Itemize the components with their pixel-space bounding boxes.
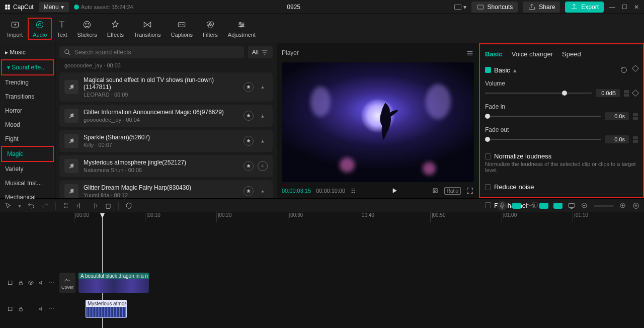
volume-stepper[interactable]	[624, 90, 629, 97]
voiceover-button[interactable]	[497, 201, 507, 211]
fadein-slider[interactable]	[485, 116, 601, 117]
tab-filters[interactable]: Filters	[198, 18, 223, 40]
normalize-checkbox[interactable]	[485, 153, 491, 159]
category-transitions[interactable]: Transitions	[0, 90, 55, 104]
link-icon[interactable]	[526, 202, 534, 210]
download-button[interactable]	[258, 111, 268, 121]
sound-item[interactable]: Magical sound effect in old TV shows (ru…	[59, 72, 273, 102]
audio-clip[interactable]: Mysterious atmos	[86, 300, 127, 318]
filter-all-button[interactable]: All	[248, 46, 273, 58]
tab-import[interactable]: Import	[2, 18, 28, 40]
fadeout-slider[interactable]	[485, 139, 601, 140]
category-fight[interactable]: Fight	[0, 132, 55, 146]
reset-icon[interactable]	[620, 66, 628, 74]
inspector-tab-basic[interactable]: Basic	[485, 50, 503, 58]
category-trending[interactable]: Trending	[0, 75, 55, 90]
category-horror[interactable]: Horror	[0, 104, 55, 118]
fill-checkbox[interactable]	[485, 202, 491, 208]
category-sound-effects[interactable]: ▾ Sound effe...	[1, 59, 54, 75]
track-mute-icon[interactable]	[38, 279, 45, 287]
redo-icon[interactable]	[41, 202, 49, 210]
track-lock-icon[interactable]	[18, 305, 24, 313]
zoom-slider[interactable]	[594, 205, 614, 207]
track-lock-icon[interactable]	[18, 279, 24, 287]
search-input[interactable]	[74, 49, 240, 56]
fadein-stepper[interactable]	[633, 113, 638, 120]
zoom-out-icon[interactable]	[581, 202, 589, 210]
share-button[interactable]: Share	[523, 2, 560, 13]
split-left-icon[interactable]	[76, 202, 84, 210]
tab-transitions[interactable]: Transitions	[129, 18, 166, 40]
tv-icon[interactable]	[568, 202, 576, 210]
player-menu-icon[interactable]	[466, 49, 474, 57]
download-button[interactable]	[258, 136, 268, 146]
volume-slider[interactable]	[485, 93, 592, 94]
category-music[interactable]: ▸ Music	[0, 45, 55, 59]
add-button[interactable]	[258, 161, 268, 171]
reduce-checkbox[interactable]	[485, 184, 491, 190]
ratio-button[interactable]: Ratio	[444, 187, 461, 195]
preview-toggle-icon[interactable]	[553, 203, 562, 209]
undo-icon[interactable]	[27, 202, 35, 210]
favorite-button[interactable]	[244, 82, 254, 92]
list-view-icon[interactable]	[350, 187, 358, 195]
tab-effects[interactable]: Effects	[102, 18, 129, 40]
tab-audio[interactable]: Audio	[28, 18, 52, 40]
category-mood[interactable]: Mood	[0, 118, 55, 132]
track-visible-icon[interactable]	[28, 279, 34, 287]
basic-enable-checkbox[interactable]	[485, 67, 491, 73]
export-button[interactable]: Export	[565, 2, 604, 13]
shortcuts-button[interactable]: Shortcuts	[471, 2, 518, 13]
track-mute-icon[interactable]	[38, 305, 45, 313]
fullscreen-icon[interactable]	[466, 187, 474, 195]
keyframe-icon[interactable]	[632, 65, 639, 72]
fit-icon[interactable]	[632, 202, 640, 210]
preview-canvas[interactable]	[282, 62, 474, 182]
fadein-value[interactable]: 0.0s	[605, 112, 629, 120]
magnet-on-icon[interactable]	[512, 203, 521, 209]
download-button[interactable]	[258, 82, 268, 92]
sound-item[interactable]: gooooodee_jay · 00:03	[59, 61, 273, 69]
aspect-icon[interactable]: ▾	[454, 4, 466, 11]
favorite-button[interactable]	[244, 136, 254, 146]
fadeout-stepper[interactable]	[633, 136, 638, 143]
close-button[interactable]: ✕	[633, 4, 640, 11]
favorite-button[interactable]	[244, 186, 254, 196]
inspector-tab-voice[interactable]: Voice changer	[512, 50, 553, 58]
volume-value[interactable]: 0.0dB	[596, 89, 620, 97]
volume-keyframe-icon[interactable]	[632, 90, 639, 97]
download-button[interactable]	[258, 186, 268, 196]
category-variety[interactable]: Variety	[0, 162, 55, 176]
track-collapse-icon[interactable]	[7, 279, 14, 287]
play-button[interactable]	[390, 187, 398, 195]
delete-icon[interactable]	[104, 202, 112, 210]
favorite-button[interactable]	[244, 161, 254, 171]
marker-icon[interactable]	[125, 202, 133, 210]
fadeout-value[interactable]: 0.0s	[605, 135, 629, 143]
split-right-icon[interactable]	[90, 202, 98, 210]
svg-point-17	[69, 117, 70, 118]
category-magic[interactable]: Magic	[1, 146, 54, 162]
category-musical-inst[interactable]: Musical Inst...	[0, 176, 55, 190]
sound-item[interactable]: Mysterious atmosphere jingle(252127)Naka…	[59, 155, 273, 177]
tab-text[interactable]: Text	[52, 18, 72, 40]
tab-stickers[interactable]: Stickers	[72, 18, 102, 40]
snap-icon[interactable]	[539, 203, 548, 209]
sound-item[interactable]: Sparkle (Sharan)(52607)Killy · 00:07	[59, 130, 273, 152]
sound-item[interactable]: Glitter Dream Magic Fairy Harp(830430)Yu…	[59, 180, 273, 198]
tab-adjustment[interactable]: Adjustment	[223, 18, 261, 40]
zoom-in-icon[interactable]	[619, 202, 627, 210]
cover-button[interactable]: Cover	[59, 273, 75, 293]
video-clip[interactable]: A beautiful black dragon in a n	[78, 273, 149, 293]
menu-button[interactable]: Menu▾	[39, 2, 69, 12]
favorite-button[interactable]	[244, 111, 254, 121]
track-collapse-icon[interactable]	[7, 305, 14, 313]
split-icon[interactable]	[62, 202, 70, 210]
maximize-button[interactable]: ☐	[621, 4, 628, 11]
sound-item[interactable]: Glitter Information Announcement Magic 0…	[59, 105, 273, 127]
inspector-tab-speed[interactable]: Speed	[562, 50, 581, 58]
cursor-tool-icon[interactable]	[4, 202, 12, 210]
focus-icon[interactable]	[431, 187, 439, 195]
tab-captions[interactable]: Captions	[166, 18, 197, 40]
minimize-button[interactable]: —	[609, 4, 616, 11]
